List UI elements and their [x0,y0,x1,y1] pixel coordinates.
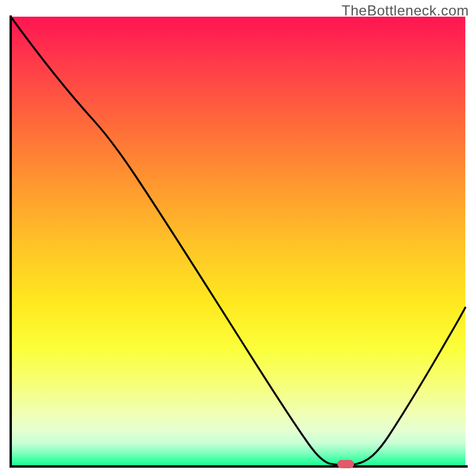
optimum-marker [337,460,354,468]
curve-path [11,17,465,465]
bottleneck-curve [11,17,465,465]
y-axis-line [10,15,12,468]
watermark-text: TheBottleneck.com [342,2,469,19]
x-axis-line [10,465,468,468]
chart-stage: TheBottleneck.com [0,0,476,476]
